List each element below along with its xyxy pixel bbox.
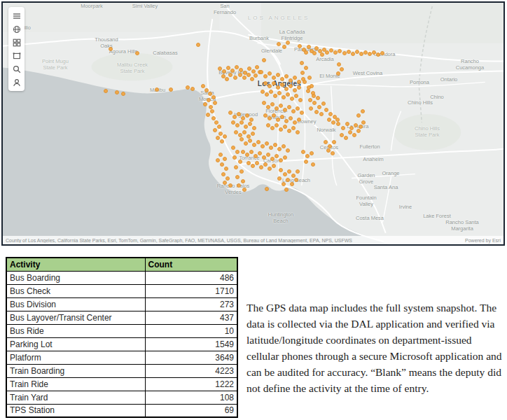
gps-point[interactable]	[325, 50, 329, 55]
gps-point[interactable]	[213, 128, 217, 132]
gps-point[interactable]	[312, 51, 317, 55]
gps-point[interactable]	[296, 106, 300, 111]
gps-point[interactable]	[249, 150, 254, 154]
gps-point[interactable]	[259, 165, 263, 169]
gps-point[interactable]	[223, 134, 227, 139]
gps-point[interactable]	[276, 85, 280, 90]
gps-point[interactable]	[246, 161, 251, 165]
gps-point[interactable]	[356, 113, 361, 118]
search-button[interactable]	[8, 62, 25, 76]
gps-point[interactable]	[294, 178, 298, 182]
gps-point[interactable]	[272, 164, 276, 168]
gps-point[interactable]	[254, 154, 258, 158]
gps-point[interactable]	[307, 45, 311, 49]
gps-point[interactable]	[239, 120, 244, 125]
gps-point[interactable]	[217, 125, 221, 129]
basemap-globe-button[interactable]	[8, 22, 25, 36]
gps-point[interactable]	[277, 176, 282, 181]
gps-point[interactable]	[356, 129, 361, 133]
gps-point[interactable]	[308, 98, 312, 102]
gps-point[interactable]	[269, 90, 273, 94]
gps-point[interactable]	[311, 91, 315, 95]
gps-point[interactable]	[287, 169, 291, 174]
gps-point[interactable]	[272, 81, 276, 85]
gps-point[interactable]	[207, 98, 211, 102]
gps-point[interactable]	[211, 116, 216, 120]
gps-point[interactable]	[262, 58, 266, 62]
gps-point[interactable]	[268, 116, 272, 120]
gps-point[interactable]	[290, 97, 294, 101]
gps-point[interactable]	[286, 178, 290, 182]
gps-point[interactable]	[300, 111, 304, 115]
gps-point[interactable]	[121, 92, 125, 96]
gps-point[interactable]	[268, 71, 272, 76]
gps-point[interactable]	[314, 110, 319, 114]
gps-point[interactable]	[263, 74, 268, 78]
gps-point[interactable]	[234, 165, 238, 169]
gps-point[interactable]	[272, 76, 276, 80]
gps-point[interactable]	[250, 77, 254, 81]
gps-point[interactable]	[344, 136, 348, 140]
gps-point[interactable]	[338, 49, 342, 53]
gps-point[interactable]	[301, 150, 305, 154]
gps-point[interactable]	[280, 83, 284, 87]
gps-point[interactable]	[337, 62, 341, 66]
gps-point[interactable]	[282, 45, 286, 49]
gps-point[interactable]	[263, 113, 268, 118]
gps-point[interactable]	[300, 61, 304, 65]
gps-point[interactable]	[304, 50, 308, 55]
gps-point[interactable]	[277, 91, 282, 95]
gps-point[interactable]	[286, 41, 290, 45]
gps-point[interactable]	[380, 51, 384, 55]
gps-point[interactable]	[361, 120, 366, 125]
gps-point[interactable]	[270, 126, 275, 130]
gps-point[interactable]	[317, 105, 321, 109]
gps-point[interactable]	[266, 153, 270, 157]
gps-point[interactable]	[258, 151, 262, 155]
gps-point[interactable]	[272, 113, 276, 118]
gps-point[interactable]	[284, 87, 289, 91]
gps-point[interactable]	[225, 77, 229, 81]
gps-point[interactable]	[211, 95, 216, 99]
gps-point[interactable]	[266, 105, 270, 109]
gps-point[interactable]	[348, 130, 352, 134]
menu-button[interactable]	[8, 9, 25, 22]
gps-point[interactable]	[244, 141, 248, 146]
gps-point[interactable]	[340, 67, 344, 71]
gps-point[interactable]	[230, 69, 235, 73]
gps-point[interactable]	[286, 92, 290, 97]
gps-point[interactable]	[268, 84, 272, 88]
gps-point[interactable]	[262, 101, 266, 105]
gps-point[interactable]	[277, 147, 282, 151]
gps-point[interactable]	[273, 143, 277, 147]
gps-point[interactable]	[242, 76, 246, 80]
gps-point[interactable]	[222, 69, 226, 74]
gps-point[interactable]	[310, 151, 314, 155]
gps-map[interactable]: MoorparkSimi ValleySan FernandoLOS ANGEL…	[1, 1, 505, 246]
gps-point[interactable]	[269, 146, 273, 150]
gps-point[interactable]	[319, 112, 324, 116]
gps-point[interactable]	[263, 81, 268, 85]
gps-point[interactable]	[252, 126, 256, 130]
gps-point[interactable]	[203, 102, 207, 106]
gps-point[interactable]	[276, 73, 280, 77]
gps-point[interactable]	[196, 43, 200, 47]
gps-point[interactable]	[104, 89, 108, 93]
gps-point[interactable]	[234, 130, 238, 134]
gps-point[interactable]	[304, 66, 308, 70]
gps-point[interactable]	[279, 158, 283, 162]
gps-point[interactable]	[220, 162, 224, 167]
gps-point[interactable]	[216, 136, 220, 140]
gps-point[interactable]	[286, 148, 290, 153]
gps-point[interactable]	[218, 153, 223, 157]
gps-point[interactable]	[216, 158, 220, 162]
gps-point[interactable]	[289, 78, 293, 83]
gps-point[interactable]	[345, 122, 349, 126]
gps-point[interactable]	[251, 132, 255, 136]
gps-point[interactable]	[298, 44, 302, 48]
map-canvas[interactable]: MoorparkSimi ValleySan FernandoLOS ANGEL…	[3, 3, 503, 244]
gps-point[interactable]	[235, 150, 239, 154]
gps-point[interactable]	[239, 169, 244, 174]
gps-point[interactable]	[287, 105, 291, 109]
gps-point[interactable]	[312, 101, 317, 105]
